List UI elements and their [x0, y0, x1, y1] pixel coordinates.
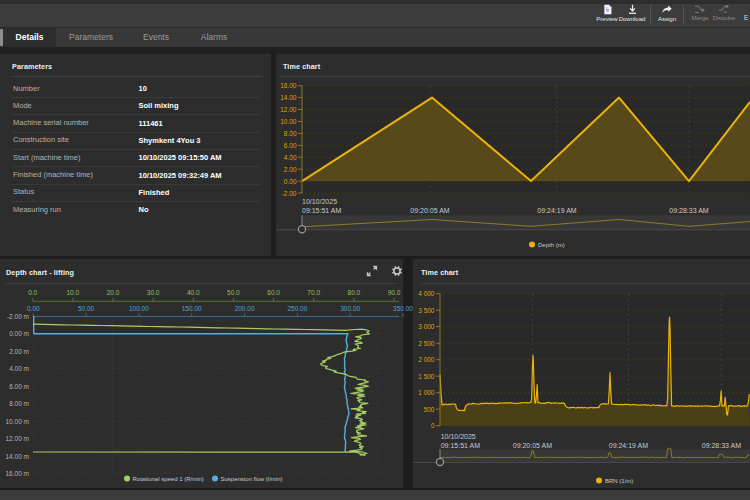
svg-text:2 000: 2 000: [418, 356, 435, 363]
svg-text:09:28:33 AM: 09:28:33 AM: [669, 207, 708, 214]
svg-text:10.0: 10.0: [66, 289, 79, 296]
svg-text:4.00 m: 4.00 m: [9, 365, 29, 372]
svg-text:09:15:51 AM: 09:15:51 AM: [441, 442, 480, 449]
svg-text:Depth (m): Depth (m): [538, 242, 565, 248]
svg-text:0.00 m: 0.00 m: [9, 330, 29, 337]
svg-text:14.00: 14.00: [280, 94, 297, 101]
svg-text:10.00 m: 10.00 m: [6, 418, 30, 425]
svg-text:09:24:19 AM: 09:24:19 AM: [609, 442, 648, 449]
svg-text:80.0: 80.0: [348, 289, 361, 296]
svg-text:1 000: 1 000: [418, 389, 435, 396]
svg-text:0.00: 0.00: [284, 178, 297, 185]
svg-text:10.00: 10.00: [280, 118, 297, 125]
svg-text:09:24:19 AM: 09:24:19 AM: [537, 207, 576, 214]
svg-text:12.00: 12.00: [280, 106, 297, 113]
svg-text:500: 500: [424, 406, 435, 413]
svg-text:12.00 m: 12.00 m: [6, 435, 30, 442]
svg-text:09:28:33 AM: 09:28:33 AM: [702, 442, 741, 449]
svg-text:2 500: 2 500: [418, 340, 435, 347]
svg-text:1 500: 1 500: [418, 373, 435, 380]
svg-text:90.0: 90.0: [388, 289, 401, 296]
svg-text:40.0: 40.0: [187, 289, 200, 296]
svg-text:20.0: 20.0: [107, 289, 120, 296]
svg-text:0: 0: [431, 422, 435, 429]
svg-text:4.00: 4.00: [284, 154, 297, 161]
svg-text:0.00: 0.00: [27, 305, 40, 312]
svg-text:50.0: 50.0: [227, 289, 240, 296]
svg-text:10/10/2025: 10/10/2025: [302, 198, 337, 205]
svg-text:09:20:05 AM: 09:20:05 AM: [410, 207, 449, 214]
svg-text:4 000: 4 000: [418, 290, 435, 297]
svg-text:-2.00: -2.00: [282, 190, 297, 197]
svg-text:Suspension flow (l/min): Suspension flow (l/min): [221, 476, 283, 482]
svg-text:250.00: 250.00: [287, 305, 307, 312]
svg-text:100.00: 100.00: [129, 305, 149, 312]
svg-text:16.00: 16.00: [280, 82, 297, 89]
svg-text:3 500: 3 500: [418, 307, 435, 314]
svg-text:09:15:51 AM: 09:15:51 AM: [302, 207, 341, 214]
svg-text:50.00: 50.00: [78, 305, 95, 312]
svg-text:09:20:05 AM: 09:20:05 AM: [513, 442, 552, 449]
svg-text:Rotational speed 1 (R/min): Rotational speed 1 (R/min): [133, 476, 204, 482]
svg-text:10/10/2025: 10/10/2025: [441, 433, 476, 440]
svg-text:60.0: 60.0: [267, 289, 280, 296]
svg-text:8.00: 8.00: [284, 130, 297, 137]
svg-text:6.00: 6.00: [284, 142, 297, 149]
svg-text:200.00: 200.00: [235, 305, 255, 312]
svg-text:BRN (1/m): BRN (1/m): [605, 478, 633, 484]
svg-text:6.00 m: 6.00 m: [9, 383, 29, 390]
svg-text:0.0: 0.0: [28, 289, 37, 296]
svg-text:150.00: 150.00: [182, 305, 202, 312]
svg-text:-2.00 m: -2.00 m: [7, 313, 29, 320]
svg-text:2.00: 2.00: [284, 166, 297, 173]
svg-text:30.0: 30.0: [147, 289, 160, 296]
svg-text:70.0: 70.0: [307, 289, 320, 296]
svg-text:300.00: 300.00: [340, 305, 360, 312]
svg-text:3 000: 3 000: [418, 323, 435, 330]
svg-text:16.00 m: 16.00 m: [6, 470, 30, 477]
svg-text:14.00 m: 14.00 m: [6, 453, 30, 460]
svg-text:8.00 m: 8.00 m: [9, 400, 29, 407]
svg-text:2.00 m: 2.00 m: [9, 348, 29, 355]
svg-text:350.00: 350.00: [393, 305, 413, 312]
